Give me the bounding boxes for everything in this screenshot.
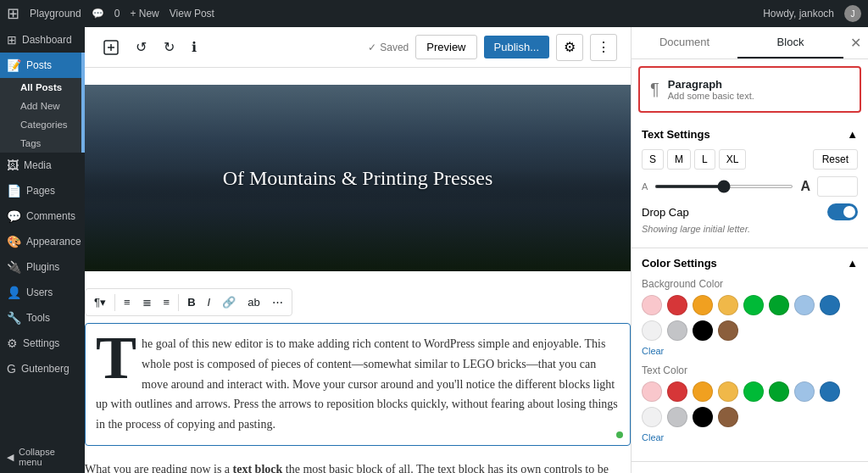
text-color-swatch-10[interactable] xyxy=(693,407,713,427)
paragraph-block[interactable]: T he goal of this new editor is to make … xyxy=(85,323,631,446)
undo-button[interactable]: ↺ xyxy=(131,34,152,60)
submenu-tags[interactable]: Tags xyxy=(0,134,85,153)
sidebar-item-label: Appearance xyxy=(26,236,81,248)
size-small-label: A xyxy=(642,181,648,192)
drop-cap-label: Drop Cap xyxy=(642,206,689,219)
hero-image-block[interactable]: Of Mountains & Printing Presses xyxy=(85,85,631,271)
bg-color-swatch-1[interactable] xyxy=(667,295,687,315)
drop-cap-info: Showing large initial letter. xyxy=(642,224,858,234)
avatar: J xyxy=(844,5,861,22)
settings-panel-button[interactable]: ⚙ xyxy=(556,34,583,61)
text-clear-button[interactable]: Clear xyxy=(642,431,664,444)
sidebar-item-tools[interactable]: 🔧 Tools xyxy=(0,305,85,331)
text-color-swatch-8[interactable] xyxy=(642,407,662,427)
size-l-button[interactable]: L xyxy=(694,149,715,170)
size-s-button[interactable]: S xyxy=(642,149,664,170)
submenu-all-posts[interactable]: All Posts xyxy=(0,78,85,97)
align-right-button[interactable]: ≡ xyxy=(159,292,175,312)
more-options-button[interactable]: ⋮ xyxy=(590,34,617,61)
text-color-swatch-9[interactable] xyxy=(667,407,687,427)
paragraph-type-button[interactable]: ¶▾ xyxy=(89,292,111,312)
text-color-swatch-1[interactable] xyxy=(667,381,687,402)
toolbar-divider xyxy=(114,294,115,311)
tab-document[interactable]: Document xyxy=(632,27,737,58)
sidebar-item-comments[interactable]: 💬 Comments xyxy=(0,203,85,229)
text-color-swatch-7[interactable] xyxy=(820,381,840,402)
sidebar-collapse-menu[interactable]: ◀ Collapse menu xyxy=(0,441,85,473)
drop-cap-row: Drop Cap xyxy=(642,203,858,220)
text-color-swatch-4[interactable] xyxy=(743,381,764,402)
sidebar-item-media[interactable]: 🖼 Media xyxy=(0,153,85,178)
sidebar-item-settings[interactable]: ⚙ Settings xyxy=(0,331,85,356)
bg-color-swatch-7[interactable] xyxy=(820,295,840,315)
close-panel-button[interactable]: ✕ xyxy=(843,27,868,58)
size-xl-button[interactable]: XL xyxy=(719,149,747,170)
custom-size-row: A A xyxy=(642,176,858,197)
sidebar-item-pages[interactable]: 📄 Pages xyxy=(0,178,85,203)
settings-icon: ⚙ xyxy=(7,337,18,350)
bg-color-swatch-5[interactable] xyxy=(769,295,789,315)
align-left-button[interactable]: ≡ xyxy=(119,292,136,312)
size-input-field[interactable] xyxy=(817,176,858,197)
bg-color-swatch-6[interactable] xyxy=(794,295,815,315)
bg-color-swatch-4[interactable] xyxy=(743,295,764,315)
view-post-link[interactable]: View Post xyxy=(170,8,214,19)
size-m-button[interactable]: M xyxy=(667,149,691,170)
preview-button[interactable]: Preview xyxy=(415,35,476,59)
bg-color-swatch-8[interactable] xyxy=(642,320,662,341)
site-name[interactable]: Playground xyxy=(30,8,81,19)
bg-color-swatch-2[interactable] xyxy=(693,295,713,315)
wp-logo-icon: ⊞ xyxy=(7,4,19,23)
right-panel: Document Block ✕ ¶ Paragraph Add some ba… xyxy=(631,27,868,473)
align-center-button[interactable]: ≣ xyxy=(137,292,157,312)
sidebar-item-gutenberg[interactable]: G Gutenberg xyxy=(0,356,85,381)
text-color-swatch-11[interactable] xyxy=(718,407,738,427)
drop-cap-toggle[interactable] xyxy=(827,203,858,220)
tab-block[interactable]: Block xyxy=(737,27,843,58)
text-color-swatch-0[interactable] xyxy=(642,381,662,402)
bg-color-swatch-10[interactable] xyxy=(693,320,713,341)
posts-icon: 📝 xyxy=(7,58,21,72)
sidebar-item-label: Dashboard xyxy=(22,34,72,46)
strikethrough-button[interactable]: ab xyxy=(242,292,264,312)
text-color-swatch-2[interactable] xyxy=(693,381,713,402)
green-dot-indicator xyxy=(616,431,623,438)
new-content-button[interactable]: + New xyxy=(130,8,159,19)
post-title[interactable]: Of Mountains & Printing Presses xyxy=(223,167,493,190)
info-button[interactable]: ℹ xyxy=(186,34,202,60)
dashboard-icon: ⊞ xyxy=(7,33,17,47)
block-inserter-button[interactable] xyxy=(98,35,124,60)
advanced-section-header[interactable]: Advanced ▼ xyxy=(632,462,868,473)
bg-color-swatch-9[interactable] xyxy=(667,320,687,341)
color-settings-section: Color Settings ▲ Background Color Clear … xyxy=(632,248,868,462)
more-rich-text-button[interactable]: ⋯ xyxy=(267,292,288,312)
link-button[interactable]: 🔗 xyxy=(217,292,241,312)
color-settings-header[interactable]: Color Settings ▲ xyxy=(632,248,868,278)
text-settings-header[interactable]: Text Settings ▲ xyxy=(632,120,868,149)
submenu-categories[interactable]: Categories xyxy=(0,115,85,134)
sidebar-item-posts[interactable]: 📝 Posts xyxy=(0,53,85,78)
sidebar-item-dashboard[interactable]: ⊞ Dashboard xyxy=(0,27,85,53)
text-color-swatch-5[interactable] xyxy=(769,381,789,402)
submenu-add-new[interactable]: Add New xyxy=(0,97,85,115)
publish-button[interactable]: Publish... xyxy=(484,36,549,58)
text-color-swatch-6[interactable] xyxy=(794,381,815,402)
bg-clear-button[interactable]: Clear xyxy=(642,344,664,358)
editor-main[interactable]: Of Mountains & Printing Presses ¶▾ ≡ ≣ ≡… xyxy=(85,68,631,473)
reset-size-button[interactable]: Reset xyxy=(813,149,858,170)
sidebar-item-appearance[interactable]: 🎨 Appearance xyxy=(0,229,85,254)
sidebar-item-users[interactable]: 👤 Users xyxy=(0,280,85,305)
paragraph-plain-block[interactable]: What you are reading now is a text block… xyxy=(85,459,631,473)
size-buttons-row: S M L XL Reset xyxy=(642,149,858,170)
bg-color-swatch-11[interactable] xyxy=(718,320,738,341)
bg-color-swatch-0[interactable] xyxy=(642,295,662,315)
redo-button[interactable]: ↻ xyxy=(159,34,180,60)
italic-button[interactable]: I xyxy=(203,292,216,312)
size-slider[interactable] xyxy=(654,185,793,188)
sidebar-item-plugins[interactable]: 🔌 Plugins xyxy=(0,254,85,280)
bold-button[interactable]: B xyxy=(182,292,200,312)
bg-color-swatch-3[interactable] xyxy=(718,295,738,315)
media-icon: 🖼 xyxy=(7,159,19,172)
comment-count[interactable]: 0 xyxy=(114,8,120,19)
text-color-swatch-3[interactable] xyxy=(718,381,738,402)
